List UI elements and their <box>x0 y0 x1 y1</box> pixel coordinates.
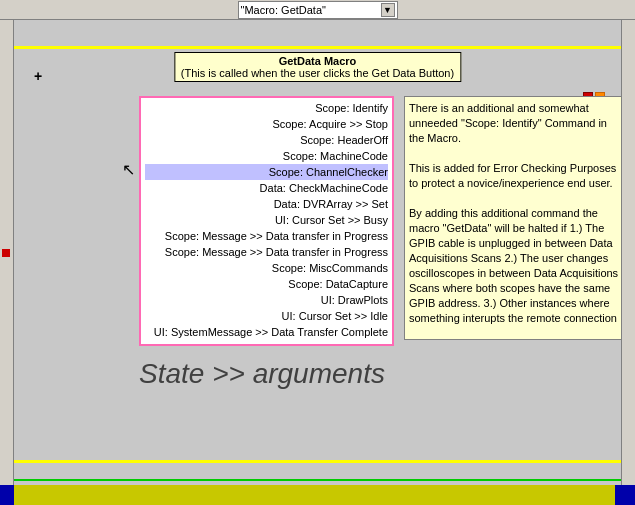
getdata-label-box: GetData Macro (This is called when the u… <box>174 52 461 82</box>
info-text: There is an additional and somewhat unne… <box>409 102 618 324</box>
scope-list-item[interactable]: UI: Cursor Set >> Idle <box>145 308 388 324</box>
scope-list-item[interactable]: Scope: DataCapture <box>145 276 388 292</box>
scope-list-item[interactable]: Scope: Message <box>145 340 388 346</box>
cursor-icon: ↖ <box>122 160 135 179</box>
scope-list-item[interactable]: Scope: MachineCode <box>145 148 388 164</box>
left-indicator <box>2 249 10 257</box>
getdata-title: GetData Macro <box>181 55 454 67</box>
scope-list-item[interactable]: Scope: Message >> Data transfer in Progr… <box>145 244 388 260</box>
scope-list-item[interactable]: Scope: ChannelChecker <box>145 164 388 180</box>
scope-list-item[interactable]: Scope: Message >> Data transfer in Progr… <box>145 228 388 244</box>
scope-list-box[interactable]: Scope: IdentifyScope: Acquire >> StopSco… <box>139 96 394 346</box>
state-label: State >> arguments <box>139 358 385 390</box>
bottom-thin-line <box>14 479 621 481</box>
scope-list-item[interactable]: Scope: Acquire >> Stop <box>145 116 388 132</box>
bottom-status-bar <box>0 485 635 505</box>
canvas-top-line <box>14 46 621 49</box>
status-blue-right <box>615 485 635 505</box>
status-blue-left <box>0 485 14 505</box>
scope-list-item[interactable]: Data: DVRArray >> Set <box>145 196 388 212</box>
info-tooltip-box: There is an additional and somewhat unne… <box>404 96 621 340</box>
macro-dropdown-label: "Macro: GetData" <box>241 4 326 16</box>
canvas-bottom-line <box>14 460 621 463</box>
scope-list-item[interactable]: UI: SystemMessage >> Data Transfer Compl… <box>145 324 388 340</box>
plus-icon[interactable]: + <box>34 68 42 84</box>
scope-list-item[interactable]: UI: Cursor Set >> Busy <box>145 212 388 228</box>
macro-dropdown[interactable]: "Macro: GetData" ▼ <box>238 1 398 19</box>
top-toolbar: "Macro: GetData" ▼ <box>0 0 635 20</box>
scope-list-item[interactable]: Scope: Identify <box>145 100 388 116</box>
right-toolbar <box>621 20 635 485</box>
scope-list-item[interactable]: UI: DrawPlots <box>145 292 388 308</box>
left-toolbar <box>0 20 14 485</box>
getdata-subtitle: (This is called when the user clicks the… <box>181 67 454 79</box>
scope-list-item[interactable]: Data: CheckMachineCode <box>145 180 388 196</box>
status-yellow <box>14 485 615 505</box>
scope-list-item[interactable]: Scope: MiscCommands <box>145 260 388 276</box>
scope-list-item[interactable]: Scope: HeaderOff <box>145 132 388 148</box>
canvas: + GetData Macro (This is called when the… <box>14 20 621 485</box>
dropdown-arrow-icon[interactable]: ▼ <box>381 3 395 17</box>
